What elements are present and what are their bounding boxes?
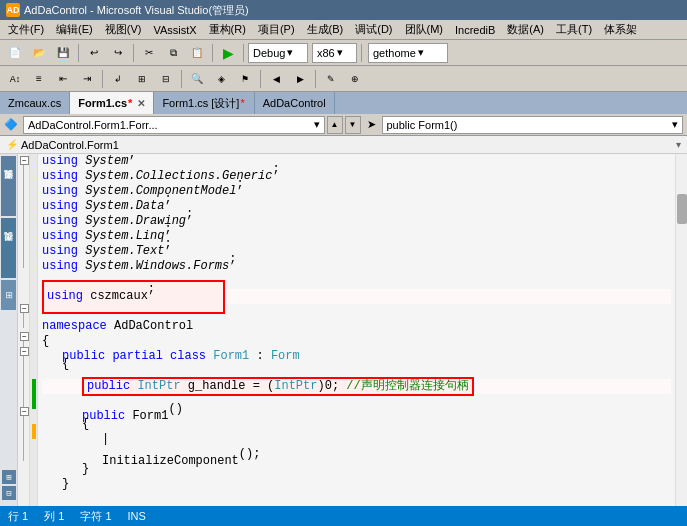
outlining-bar: − − − − −	[18, 154, 30, 506]
collapse-box-5[interactable]: −	[20, 407, 29, 416]
nav-arrow-icon: ➤	[367, 118, 376, 131]
code-line-20: |	[42, 439, 671, 454]
menu-refactor[interactable]: 重构(R)	[203, 20, 252, 39]
tab-form1-close[interactable]: ✕	[137, 98, 145, 109]
kw-using-cszm: using	[47, 289, 83, 304]
tb2-btn8[interactable]: 🔍	[186, 69, 208, 89]
status-line: 行 1	[8, 509, 28, 524]
code-line-5: using System.Drawing;	[42, 214, 671, 229]
tb2-btn14[interactable]: ⊕	[344, 69, 366, 89]
menu-arch[interactable]: 体系架	[598, 20, 643, 39]
collapse-box-3[interactable]: −	[20, 332, 29, 341]
nav-left-icon: 🔷	[4, 118, 18, 131]
nav-left-dropdown[interactable]: AdDaControl.Form1.Forr... ▾	[23, 116, 325, 134]
tb2-btn4[interactable]: ⇥	[76, 69, 98, 89]
tb2-btn12[interactable]: ▶	[289, 69, 311, 89]
tb2-btn2[interactable]: ≡	[28, 69, 50, 89]
code-line-7: using System.Text;	[42, 244, 671, 259]
tb2-sep4	[315, 70, 316, 88]
startup-dropdown[interactable]: gethome ▾	[368, 43, 448, 63]
code-line-14: public partial class Form1 : Form	[42, 349, 671, 364]
platform-value: x86	[317, 47, 335, 59]
collapse-box-2[interactable]: −	[20, 304, 29, 313]
tb2-btn1[interactable]: A↕	[4, 69, 26, 89]
code-line-8: using System.Windows.Forms;	[42, 259, 671, 274]
tb2-sep2	[181, 70, 182, 88]
code-line-22: }	[42, 469, 671, 484]
menu-build[interactable]: 生成(B)	[301, 20, 350, 39]
start-btn[interactable]: ▶	[217, 43, 239, 63]
menu-incredibuild[interactable]: IncrediB	[449, 22, 501, 38]
nav-up-btn[interactable]: ▲	[327, 116, 343, 134]
class-bar: ⚡ AdDaControl.Form1 ▾	[0, 136, 687, 154]
sep3	[212, 44, 213, 62]
tb2-btn3[interactable]: ⇤	[52, 69, 74, 89]
nav-right-dropdown[interactable]: public Form1() ▾	[382, 116, 684, 134]
tab-addacontrol[interactable]: AdDaControl	[255, 92, 335, 114]
config-dropdown[interactable]: Debug ▾	[248, 43, 308, 63]
menu-vassistx[interactable]: VAssistX	[147, 22, 202, 38]
copy-btn[interactable]: ⧉	[162, 43, 184, 63]
left-panel-sec1[interactable]: 资源视图	[1, 156, 16, 216]
undo-btn[interactable]: ↩	[83, 43, 105, 63]
tb2-sep1	[102, 70, 103, 88]
open-btn[interactable]: 📂	[28, 43, 50, 63]
collapse-box-1[interactable]: −	[20, 156, 29, 165]
menu-file[interactable]: 文件(F)	[2, 20, 50, 39]
menu-team[interactable]: 团队(M)	[399, 20, 450, 39]
code-line-3: using System.ComponentModel;	[42, 184, 671, 199]
toolbar-2: A↕ ≡ ⇤ ⇥ ↲ ⊞ ⊟ 🔍 ◈ ⚑ ◀ ▶ ✎ ⊕	[0, 66, 687, 92]
tb2-btn9[interactable]: ◈	[210, 69, 232, 89]
tab-form1-design[interactable]: Form1.cs [设计]*	[154, 92, 254, 114]
tb2-btn13[interactable]: ✎	[320, 69, 342, 89]
menu-debug[interactable]: 调试(D)	[349, 20, 398, 39]
platform-dropdown[interactable]: x86 ▾	[312, 43, 357, 63]
outline-line-1	[23, 165, 24, 268]
main-layout: 资源视图 类视图 ⊞ ⊞ ⊟ − − − − −	[0, 154, 687, 506]
tb2-btn7[interactable]: ⊟	[155, 69, 177, 89]
cut-btn[interactable]: ✂	[138, 43, 160, 63]
outline-line-5	[23, 416, 24, 460]
menu-view[interactable]: 视图(V)	[99, 20, 148, 39]
menu-project[interactable]: 项目(P)	[252, 20, 301, 39]
status-bar: 行 1 列 1 字符 1 INS	[0, 506, 687, 526]
sep4	[243, 44, 244, 62]
tab-zmcaux[interactable]: Zmcaux.cs	[0, 92, 70, 114]
class-bar-expand[interactable]: ▾	[676, 139, 681, 150]
collapse-box-4[interactable]: −	[20, 347, 29, 356]
left-panel-sec3[interactable]: ⊞	[1, 280, 16, 310]
tab-design-modified: *	[240, 97, 244, 109]
code-editor[interactable]: using System; using System.Collections.G…	[38, 154, 675, 506]
tab-form1-cs[interactable]: Form1.cs* ✕	[70, 92, 154, 114]
new-file-btn[interactable]: 📄	[4, 43, 26, 63]
save-btn[interactable]: 💾	[52, 43, 74, 63]
tab-form1-modified: *	[128, 97, 132, 109]
menu-data[interactable]: 数据(A)	[501, 20, 550, 39]
code-line-13: {	[42, 334, 671, 349]
left-panel-sec2[interactable]: 类视图	[1, 218, 16, 278]
tb2-btn6[interactable]: ⊞	[131, 69, 153, 89]
code-line-2: using System.Collections.Generic;	[42, 169, 671, 184]
indicator-yellow-1	[32, 424, 36, 439]
left-btn1[interactable]: ⊞	[2, 470, 16, 484]
title-bar: AD AdDaControl - Microsoft Visual Studio…	[0, 0, 687, 20]
paste-btn[interactable]: 📋	[186, 43, 208, 63]
nav-down-btn[interactable]: ▼	[345, 116, 361, 134]
menu-tools[interactable]: 工具(T)	[550, 20, 598, 39]
left-btn2[interactable]: ⊟	[2, 486, 16, 500]
menu-edit[interactable]: 编辑(E)	[50, 20, 99, 39]
var-g_handle: g_handle	[188, 379, 246, 394]
nav-bar: 🔷 AdDaControl.Form1.Forr... ▾ ▲ ▼ ➤ publ…	[0, 114, 687, 136]
v-scrollbar[interactable]	[675, 154, 687, 506]
redo-btn[interactable]: ↪	[107, 43, 129, 63]
tb2-btn10[interactable]: ⚑	[234, 69, 256, 89]
tb2-sep3	[260, 70, 261, 88]
status-ch: 字符 1	[80, 509, 111, 524]
startup-value: gethome	[373, 47, 416, 59]
sep1	[78, 44, 79, 62]
code-line-16: public IntPtr g_handle = (IntPtr)0; //声明…	[42, 379, 671, 394]
code-line-6: using System.Linq;	[42, 229, 671, 244]
tb2-btn5[interactable]: ↲	[107, 69, 129, 89]
scroll-thumb[interactable]	[677, 194, 687, 224]
tb2-btn11[interactable]: ◀	[265, 69, 287, 89]
